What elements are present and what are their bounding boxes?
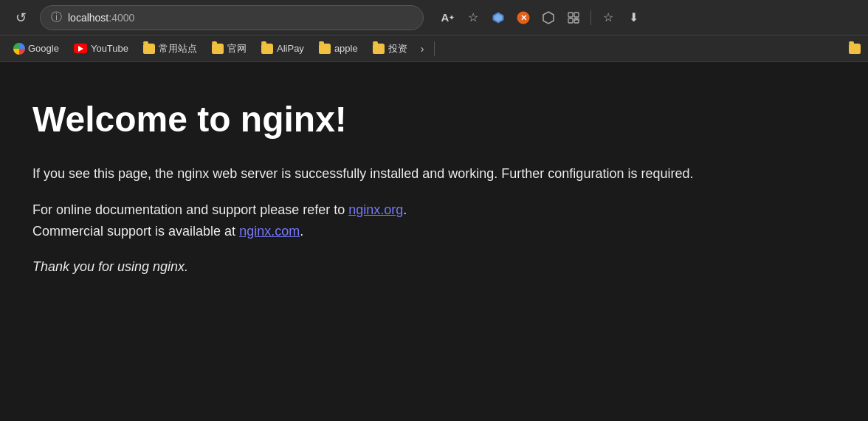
extensions-orange-button[interactable]: ✕	[512, 7, 534, 29]
folder-icon-touzi	[373, 44, 385, 54]
bookmarks-more-button[interactable]: ›	[416, 40, 429, 58]
svg-text:✕: ✕	[520, 13, 527, 22]
bookmark-touzi-label: 投资	[388, 42, 407, 55]
folder-icon-changyon	[143, 44, 155, 54]
bookmark-changyon[interactable]: 常用站点	[137, 39, 203, 58]
folder-icon-guanwang	[212, 44, 224, 54]
download-button[interactable]: ⬇	[622, 7, 644, 29]
svg-rect-5	[568, 13, 573, 17]
reload-button[interactable]: ↺	[9, 6, 32, 30]
puzzle-button[interactable]	[562, 7, 585, 29]
info-icon: ⓘ	[51, 10, 62, 24]
nginx-para2-dot: .	[403, 202, 407, 217]
svg-rect-7	[568, 18, 573, 23]
wallet-button[interactable]	[487, 7, 509, 29]
nginx-para2-prefix: For online documentation and support ple…	[32, 202, 348, 217]
youtube-favicon	[74, 44, 87, 53]
toolbar-icons: A✦ ☆ ✕	[437, 7, 644, 29]
bookmark-youtube-label: YouTube	[91, 43, 128, 54]
bookmark-google[interactable]: Google	[7, 40, 65, 58]
nginx-com-link[interactable]: nginx.com	[239, 224, 300, 239]
address-bar[interactable]: ⓘ localhost:4000	[40, 5, 424, 30]
nginx-commercial-text: Commercial support is available at	[32, 224, 239, 239]
address-url: localhost:4000	[68, 12, 134, 24]
nginx-para1: If you see this page, the nginx web serv…	[32, 163, 697, 185]
toolbar-divider	[590, 10, 591, 25]
nginx-para2-suffix: .	[300, 224, 303, 239]
folder-icon-apple	[319, 44, 331, 54]
bookmark-touzi[interactable]: 投资	[367, 39, 413, 58]
extra-folder-icon	[849, 44, 861, 54]
nginx-thanks: Thank you for using nginx.	[32, 256, 697, 278]
google-favicon	[13, 43, 25, 55]
url-port: :4000	[108, 12, 134, 24]
page-content: Welcome to nginx! If you see this page, …	[0, 62, 868, 380]
browser-chrome: ↺ ⓘ localhost:4000 A✦ ☆ ✕	[0, 0, 868, 62]
bookmark-changyon-label: 常用站点	[159, 42, 197, 55]
nginx-body: If you see this page, the nginx web serv…	[32, 163, 697, 278]
bookmark-apple-label: apple	[334, 43, 358, 54]
bookmark-guanwang[interactable]: 官网	[206, 39, 252, 58]
translate-button[interactable]: A✦	[437, 7, 459, 29]
bookmark-youtube[interactable]: YouTube	[68, 40, 134, 57]
svg-marker-4	[543, 12, 554, 24]
folder-icon-alipay	[261, 44, 273, 54]
bookmarks-divider	[434, 41, 435, 56]
extensions-orange-icon: ✕	[517, 11, 530, 24]
bookmarks-bar: Google YouTube 常用站点 官网 AliPay apple 投资	[0, 35, 868, 62]
nginx-para2: For online documentation and support ple…	[32, 199, 697, 242]
toolbar: ↺ ⓘ localhost:4000 A✦ ☆ ✕	[0, 0, 868, 35]
youtube-play-icon	[78, 46, 83, 52]
nginx-welcome-title: Welcome to nginx!	[32, 99, 836, 140]
star-button[interactable]: ☆	[462, 7, 484, 29]
svg-rect-6	[574, 13, 579, 17]
bookmark-alipay-label: AliPay	[277, 43, 304, 54]
favorites-button[interactable]: ☆	[597, 7, 619, 29]
nginx-org-link[interactable]: nginx.org	[348, 202, 403, 217]
bookmark-alipay[interactable]: AliPay	[255, 40, 310, 57]
url-host: localhost	[68, 12, 108, 24]
hexagon-icon	[542, 11, 555, 24]
bookmark-apple[interactable]: apple	[313, 40, 364, 57]
puzzle-icon	[567, 11, 580, 24]
bookmark-guanwang-label: 官网	[227, 42, 247, 55]
bookmark-google-label: Google	[28, 43, 59, 54]
wallet-icon	[492, 11, 505, 24]
hexagon-button[interactable]	[537, 7, 559, 29]
